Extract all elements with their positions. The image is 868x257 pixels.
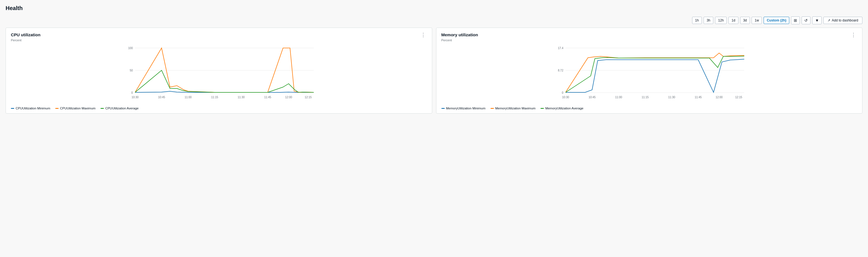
svg-text:12:00: 12:00 <box>285 96 292 99</box>
page-container: Health 1h 3h 12h 1d 3d 1w Custom (2h) ⊞ … <box>0 0 868 257</box>
memory-legend-average: MemoryUtilization Average <box>540 106 584 110</box>
add-dashboard-label: Add to dashboard <box>832 19 858 22</box>
svg-text:10:30: 10:30 <box>562 96 569 99</box>
memory-chart-title: Memory utilization <box>441 32 478 37</box>
chevron-down-icon: ▼ <box>815 18 819 23</box>
cpu-chart-menu-button[interactable]: ⋮ <box>420 32 427 37</box>
cpu-maximum-color <box>55 108 59 109</box>
time-btn-3h[interactable]: 3h <box>704 17 713 24</box>
add-dashboard-button[interactable]: ↗ Add to dashboard <box>823 17 862 24</box>
memory-chart-card: Memory utilization ⋮ Percent 17.4 8.72 0… <box>436 28 863 114</box>
svg-text:12:15: 12:15 <box>735 96 742 99</box>
svg-text:10:45: 10:45 <box>589 96 595 99</box>
cpu-minimum-color <box>11 108 14 109</box>
time-btn-1w[interactable]: 1w <box>751 17 762 24</box>
svg-text:11:00: 11:00 <box>615 96 622 99</box>
time-btn-custom[interactable]: Custom (2h) <box>764 17 789 24</box>
svg-text:0: 0 <box>562 91 563 94</box>
cpu-average-label: CPUUtilization Average <box>105 106 138 110</box>
memory-maximum-label: MemoryUtilization Maximum <box>495 106 535 110</box>
cpu-chart-legend: CPUUtilization Minimum CPUUtilization Ma… <box>11 106 427 110</box>
time-btn-12h[interactable]: 12h <box>715 17 727 24</box>
svg-text:10:45: 10:45 <box>158 96 165 99</box>
svg-text:11:45: 11:45 <box>264 96 271 99</box>
svg-text:11:45: 11:45 <box>694 96 702 99</box>
memory-chart-menu-button[interactable]: ⋮ <box>850 32 857 37</box>
svg-text:12:00: 12:00 <box>716 96 722 99</box>
memory-chart-header: Memory utilization ⋮ <box>441 32 858 37</box>
cpu-legend-maximum: CPUUtilization Maximum <box>55 106 95 110</box>
external-link-icon: ↗ <box>828 19 830 22</box>
svg-text:11:15: 11:15 <box>211 96 218 99</box>
dropdown-button[interactable]: ▼ <box>812 17 822 24</box>
refresh-button[interactable]: ↺ <box>802 17 810 24</box>
toolbar: 1h 3h 12h 1d 3d 1w Custom (2h) ⊞ ↺ ▼ ↗ A… <box>6 17 862 24</box>
memory-chart-y-label: Percent <box>441 38 858 42</box>
memory-chart-legend: MemoryUtilization Minimum MemoryUtilizat… <box>441 106 858 110</box>
svg-text:11:30: 11:30 <box>238 96 245 99</box>
cpu-chart-svg: 100 50 0 10:30 10:45 11:00 11:15 11:30 1… <box>11 42 427 104</box>
time-btn-1d[interactable]: 1d <box>728 17 738 24</box>
memory-average-label: MemoryUtilization Average <box>545 106 584 110</box>
svg-text:0: 0 <box>131 91 133 94</box>
svg-text:50: 50 <box>130 69 133 72</box>
cpu-maximum-label: CPUUtilization Maximum <box>60 106 95 110</box>
memory-maximum-color <box>491 108 494 109</box>
memory-chart-area: 17.4 8.72 0 10:30 10:45 11:00 11:15 11:3… <box>441 42 858 104</box>
svg-text:8.72: 8.72 <box>558 69 563 72</box>
memory-legend-minimum: MemoryUtilization Minimum <box>441 106 486 110</box>
svg-text:11:30: 11:30 <box>668 96 675 99</box>
charts-row: CPU utilization ⋮ Percent 100 50 0 10:30… <box>6 28 862 114</box>
memory-minimum-label: MemoryUtilization Minimum <box>446 106 486 110</box>
grid-view-button[interactable]: ⊞ <box>791 17 800 24</box>
svg-text:17.4: 17.4 <box>558 46 563 50</box>
svg-text:100: 100 <box>128 46 133 50</box>
svg-text:10:30: 10:30 <box>131 96 138 99</box>
cpu-chart-title: CPU utilization <box>11 32 40 37</box>
cpu-average-color <box>100 108 104 109</box>
page-title: Health <box>6 5 862 11</box>
cpu-chart-area: 100 50 0 10:30 10:45 11:00 11:15 11:30 1… <box>11 42 427 104</box>
memory-minimum-color <box>441 108 445 109</box>
time-btn-1h[interactable]: 1h <box>692 17 702 24</box>
cpu-legend-average: CPUUtilization Average <box>100 106 138 110</box>
memory-average-color <box>540 108 544 109</box>
cpu-legend-minimum: CPUUtilization Minimum <box>11 106 50 110</box>
svg-text:11:00: 11:00 <box>185 96 191 99</box>
time-btn-3d[interactable]: 3d <box>740 17 750 24</box>
cpu-chart-card: CPU utilization ⋮ Percent 100 50 0 10:30… <box>6 28 432 114</box>
cpu-chart-header: CPU utilization ⋮ <box>11 32 427 37</box>
cpu-chart-y-label: Percent <box>11 38 427 42</box>
refresh-icon: ↺ <box>804 18 808 23</box>
grid-icon: ⊞ <box>794 18 797 23</box>
svg-text:11:15: 11:15 <box>642 96 649 99</box>
memory-chart-svg: 17.4 8.72 0 10:30 10:45 11:00 11:15 11:3… <box>441 42 858 104</box>
memory-legend-maximum: MemoryUtilization Maximum <box>491 106 535 110</box>
svg-text:12:15: 12:15 <box>305 96 312 99</box>
cpu-minimum-label: CPUUtilization Minimum <box>16 106 50 110</box>
